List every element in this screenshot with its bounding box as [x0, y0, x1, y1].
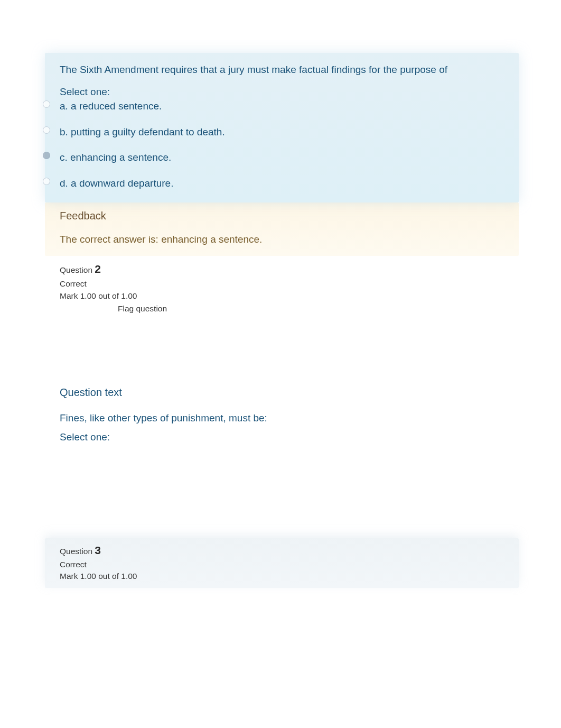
question-number-label: Question 3	[60, 542, 504, 558]
radio-icon	[43, 100, 50, 108]
q1-select-label: Select one:	[60, 86, 504, 99]
question-status: Correct	[60, 559, 504, 570]
radio-icon	[43, 152, 50, 159]
radio-icon	[43, 126, 50, 134]
q1-option-d[interactable]: d. a downward departure.	[60, 177, 504, 191]
question-mark: Mark 1.00 out of 1.00	[60, 570, 504, 582]
feedback-text: The correct answer is: enhancing a sente…	[60, 234, 504, 245]
question-number: 2	[95, 263, 101, 275]
question-label: Question	[60, 547, 95, 556]
question-status: Correct	[60, 278, 504, 290]
question-1-body: The Sixth Amendment requires that a jury…	[45, 53, 519, 202]
spacer	[45, 318, 519, 386]
q1-prompt: The Sixth Amendment requires that a jury…	[60, 62, 504, 77]
feedback-title: Feedback	[60, 210, 504, 222]
q1-option-b[interactable]: b. putting a guilty defendant to death.	[60, 125, 504, 140]
flag-question-link[interactable]: Flag question	[118, 303, 504, 315]
question-2-header: Question 2 Correct Mark 1.00 out of 1.00…	[45, 256, 519, 318]
q1-option-a[interactable]: a. a reduced sentence.	[60, 99, 504, 114]
option-label: b. putting a guilty defendant to death.	[60, 126, 225, 137]
question-label: Question	[60, 265, 95, 274]
q2-select-label: Select one:	[60, 431, 504, 443]
option-label: d. a downward departure.	[60, 178, 173, 189]
question-number: 3	[95, 544, 101, 556]
radio-icon	[43, 178, 50, 185]
question-2-body: Question text Fines, like other types of…	[45, 386, 519, 443]
q1-feedback: Feedback The correct answer is: enhancin…	[45, 202, 519, 256]
question-mark: Mark 1.00 out of 1.00	[60, 290, 504, 302]
question-3-header: Question 3 Correct Mark 1.00 out of 1.00	[45, 538, 519, 587]
q2-prompt: Fines, like other types of punishment, m…	[60, 412, 504, 424]
option-label: a. a reduced sentence.	[60, 100, 162, 112]
question-number-label: Question 2	[60, 261, 504, 277]
option-label: c. enhancing a sentence.	[60, 152, 171, 163]
q1-option-c[interactable]: c. enhancing a sentence.	[60, 151, 504, 165]
spacer	[45, 443, 519, 538]
question-text-heading: Question text	[60, 386, 504, 399]
